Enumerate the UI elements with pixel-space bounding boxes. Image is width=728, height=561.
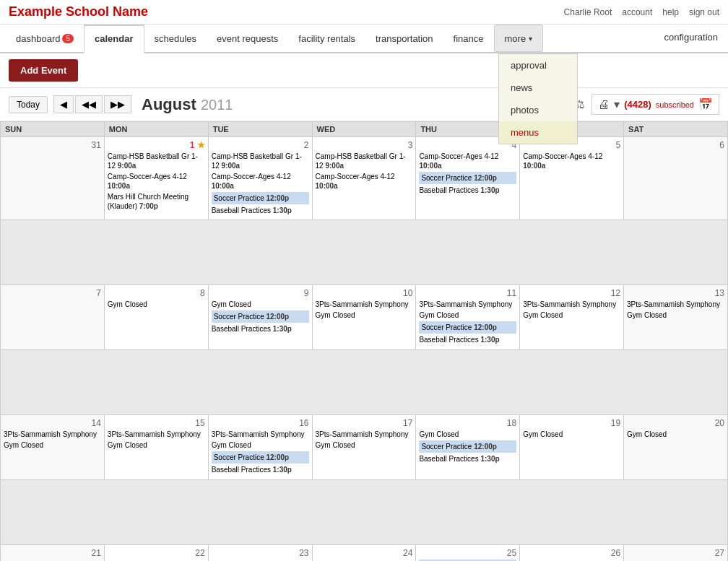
calendar-event[interactable]: Camp-Soccer-Ages 4-12 10:00a <box>212 172 309 191</box>
calendar-event[interactable]: Gym Closed <box>627 310 724 320</box>
week-row-3: 21223Pts Inservice 7:50a23Elementary In-… <box>1 545 728 562</box>
calendar-event[interactable]: Soccer Practice 12:00p <box>212 192 309 204</box>
calendar-icon[interactable]: 📅 <box>698 97 713 111</box>
calendar-event[interactable]: Gym Closed <box>523 430 620 439</box>
help-link[interactable]: help <box>662 7 679 17</box>
calendar-event[interactable]: Gym Closed <box>523 310 620 320</box>
calendar-cell[interactable]: 23Elementary In-Service-at 3PTS 8:00a <box>208 545 312 562</box>
calendar-event[interactable]: 3Pts-Sammamish Symphony <box>316 300 413 309</box>
calendar-event[interactable]: Camp-Soccer-Ages 4-12 10:00a <box>316 172 413 191</box>
calendar-event[interactable]: 3Pts-Sammamish Symphony <box>4 430 101 439</box>
calendar-event[interactable]: Mars Hill Church Meeting (Klauder) 7:00p <box>108 192 205 211</box>
prev-arrow[interactable]: ◀ <box>53 95 74 113</box>
calendar-cell[interactable]: 21 <box>1 545 105 562</box>
calendar-event[interactable]: Baseball Practices 1:30p <box>419 186 516 195</box>
calendar-cell[interactable]: 1 ★Camp-HSB Basketball Gr 1-12 9:00aCamp… <box>104 137 208 220</box>
dropdown-approval[interactable]: approval <box>499 54 577 77</box>
calendar-cell[interactable]: 113Pts-Sammamish SymphonyGym ClosedSocce… <box>416 285 520 350</box>
next-arrow[interactable]: ▶▶ <box>104 95 131 113</box>
nav-finance[interactable]: finance <box>443 25 494 52</box>
calendar-cell[interactable]: 2Camp-HSB Basketball Gr 1-12 9:00aCamp-S… <box>208 137 312 220</box>
calendar-event[interactable]: Camp-Soccer-Ages 4-12 10:00a <box>419 152 516 170</box>
topbar: Example School Name Charlie Root account… <box>0 0 728 25</box>
calendar-event[interactable]: Gym Closed <box>212 300 309 309</box>
calendar-cell[interactable]: 5Camp-Soccer-Ages 4-12 10:00a <box>520 137 624 220</box>
calendar-event[interactable]: Soccer Practice 12:00p <box>212 451 309 464</box>
calendar-cell[interactable]: 263Pts Ice Cream Social 1:00p <box>520 545 624 562</box>
calendar-event[interactable]: Camp-Soccer-Ages 4-12 10:00a <box>523 152 620 170</box>
calendar-cell[interactable]: 9Gym ClosedSoccer Practice 12:00pBasebal… <box>208 285 312 350</box>
calendar-cell[interactable]: 27 <box>624 545 728 562</box>
calendar-event[interactable]: Gym Closed <box>212 440 309 450</box>
calendar-event[interactable]: Gym Closed <box>316 440 413 450</box>
calendar-event[interactable]: Baseball Practices 1:30p <box>212 465 309 474</box>
calendar-event[interactable]: Baseball Practices 1:30p <box>212 324 309 334</box>
calendar-event[interactable]: Baseball Practices 1:30p <box>212 206 309 215</box>
calendar-event[interactable]: Soccer Practice 12:00p <box>212 310 309 323</box>
calendar-event[interactable]: Camp-HSB Basketball Gr 1-12 9:00a <box>108 152 205 170</box>
calendar-cell[interactable]: 25Soccer Practice 12:00p <box>416 545 520 562</box>
nav-event-requests[interactable]: event requests <box>207 25 288 52</box>
add-event-button[interactable]: Add Event <box>9 59 78 82</box>
calendar-event[interactable]: Baseball Practices 1:30p <box>419 454 516 464</box>
signout-link[interactable]: sign out <box>689 7 719 17</box>
calendar-event[interactable]: 3Pts-Sammamish Symphony <box>108 430 205 439</box>
nav-dashboard[interactable]: dashboard 5 <box>6 25 84 52</box>
calendar-cell[interactable]: 243Pts Inservice - Classrooms 8:00a <box>312 545 416 562</box>
nav-calendar[interactable]: calendar <box>84 25 144 53</box>
calendar-event[interactable]: Baseball Practices 1:30p <box>419 335 516 344</box>
prev-prev-arrow[interactable]: ◀◀ <box>75 95 103 113</box>
calendar-cell[interactable]: 20Gym Closed <box>624 415 728 480</box>
calendar-event[interactable]: Gym Closed <box>108 440 205 450</box>
calendar-event[interactable]: Soccer Practice 12:00p <box>419 321 516 334</box>
dropdown-news[interactable]: news <box>499 77 577 99</box>
calendar-event[interactable]: Gym Closed <box>419 430 516 439</box>
user-nav: Charlie Root account help sign out <box>564 7 719 17</box>
nav-configuration[interactable]: configuration <box>654 25 728 52</box>
week-row-1: 78Gym Closed9Gym ClosedSoccer Practice 1… <box>1 285 728 350</box>
calendar-event[interactable]: 3Pts-Sammamish Symphony <box>212 430 309 439</box>
calendar-cell[interactable]: 19Gym Closed <box>520 415 624 480</box>
nav-transportation[interactable]: transportation <box>365 25 443 52</box>
print-icon[interactable]: 🖨 <box>598 98 610 111</box>
calendar-cell[interactable]: 173Pts-Sammamish SymphonyGym Closed <box>312 415 416 480</box>
dropdown-menus[interactable]: menus <box>499 121 577 144</box>
calendar-cell[interactable]: 7 <box>1 285 105 350</box>
calendar-event[interactable]: Gym Closed <box>108 300 205 309</box>
day-number: 18 <box>419 418 516 428</box>
calendar-cell[interactable]: 143Pts-Sammamish SymphonyGym Closed <box>1 415 105 480</box>
calendar-event[interactable]: Gym Closed <box>4 440 101 450</box>
calendar-cell[interactable]: 4Camp-Soccer-Ages 4-12 10:00aSoccer Prac… <box>416 137 520 220</box>
nav-schedules[interactable]: schedules <box>144 25 207 52</box>
calendar-event[interactable]: 3Pts-Sammamish Symphony <box>523 300 620 309</box>
calendar-cell[interactable]: 8Gym Closed <box>104 285 208 350</box>
calendar-event[interactable]: 3Pts-Sammamish Symphony <box>316 430 413 439</box>
printer-dropdown-icon[interactable]: ▾ <box>614 97 620 111</box>
calendar-cell[interactable]: 123Pts-Sammamish SymphonyGym Closed <box>520 285 624 350</box>
nav-facility-rentals[interactable]: facility rentals <box>288 25 365 52</box>
calendar-event[interactable]: 3Pts-Sammamish Symphony <box>419 300 516 309</box>
calendar-cell[interactable]: 153Pts-Sammamish SymphonyGym Closed <box>104 415 208 480</box>
calendar-event[interactable]: Gym Closed <box>419 310 516 320</box>
calendar-cell[interactable]: 133Pts-Sammamish SymphonyGym Closed <box>624 285 728 350</box>
calendar-cell[interactable]: 3Camp-HSB Basketball Gr 1-12 9:00aCamp-S… <box>312 137 416 220</box>
calendar-cell[interactable]: 18Gym ClosedSoccer Practice 12:00pBaseba… <box>416 415 520 480</box>
calendar-cell[interactable]: 223Pts Inservice 7:50a <box>104 545 208 562</box>
calendar-event[interactable]: Camp-HSB Basketball Gr 1-12 9:00a <box>212 152 309 170</box>
calendar-event[interactable]: Camp-Soccer-Ages 4-12 10:00a <box>108 172 205 191</box>
calendar-event[interactable]: Soccer Practice 12:00p <box>419 440 516 453</box>
calendar-cell[interactable]: 6 <box>624 137 728 220</box>
calendar-event[interactable]: 3Pts-Sammamish Symphony <box>627 300 724 309</box>
calendar-event[interactable]: Gym Closed <box>316 310 413 320</box>
account-link[interactable]: account <box>622 7 652 17</box>
calendar-cell[interactable]: 103Pts-Sammamish SymphonyGym Closed <box>312 285 416 350</box>
calendar-cell[interactable]: 31 <box>1 137 105 220</box>
calendar-cell[interactable]: 163Pts-Sammamish SymphonyGym ClosedSocce… <box>208 415 312 480</box>
dropdown-photos[interactable]: photos <box>499 99 577 121</box>
today-button[interactable]: Today <box>9 96 48 113</box>
calendar-event[interactable]: Gym Closed <box>627 430 724 439</box>
nav-more[interactable]: more ▾ <box>494 25 544 52</box>
calendar-event[interactable]: Camp-HSB Basketball Gr 1-12 9:00a <box>316 152 413 170</box>
day-header-wed: WED <box>312 122 416 137</box>
calendar-event[interactable]: Soccer Practice 12:00p <box>419 172 516 184</box>
